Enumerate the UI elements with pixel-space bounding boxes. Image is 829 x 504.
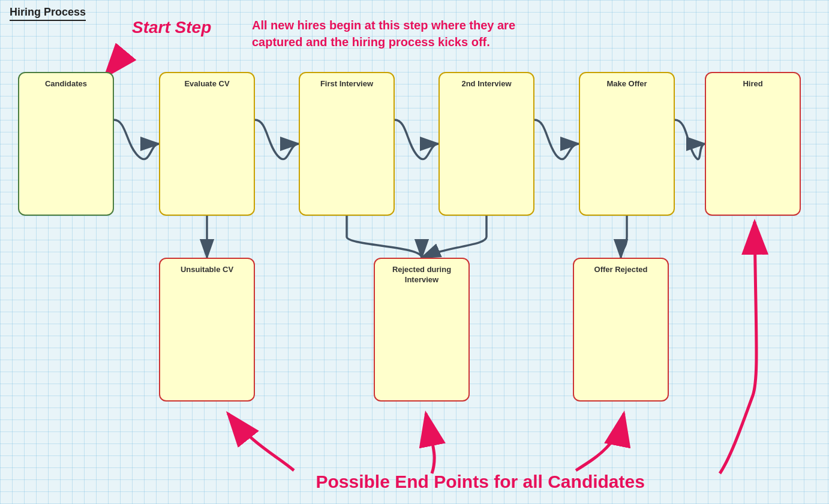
node-candidates-label: Candidates — [45, 79, 87, 88]
node-unsuitable-cv-label: Unsuitable CV — [181, 265, 233, 274]
node-offer-rejected-label: Offer Rejected — [594, 265, 648, 274]
connectors-svg — [0, 0, 829, 504]
node-first-interview[interactable]: First Interview — [299, 72, 395, 216]
node-hired-label: Hired — [743, 79, 762, 88]
node-unsuitable-cv[interactable]: Unsuitable CV — [159, 258, 255, 402]
node-second-interview-label: 2nd Interview — [461, 79, 511, 88]
node-second-interview[interactable]: 2nd Interview — [438, 72, 534, 216]
node-evaluate-cv[interactable]: Evaluate CV — [159, 72, 255, 216]
page-title: Hiring Process — [10, 6, 86, 21]
node-make-offer-label: Make Offer — [606, 79, 647, 88]
annotation-start-step: Start Step — [132, 18, 211, 37]
node-offer-rejected[interactable]: Offer Rejected — [573, 258, 669, 402]
node-hired[interactable]: Hired — [705, 72, 801, 216]
node-evaluate-cv-label: Evaluate CV — [184, 79, 229, 88]
node-make-offer[interactable]: Make Offer — [579, 72, 675, 216]
annotation-end-points: Possible End Points for all Candidates — [316, 472, 644, 492]
node-rejected-interview[interactable]: Rejected during Interview — [374, 258, 470, 402]
node-candidates[interactable]: Candidates — [18, 72, 114, 216]
node-rejected-interview-label: Rejected during Interview — [375, 265, 468, 285]
annotation-start-desc: All new hires begin at this step where t… — [252, 17, 564, 50]
node-first-interview-label: First Interview — [320, 79, 373, 88]
